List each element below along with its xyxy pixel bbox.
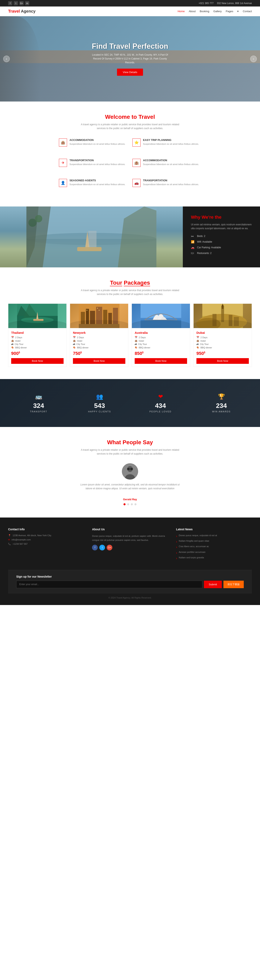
- footer-email-text: info@example.com: [11, 538, 31, 541]
- testimonials-heading-plain: What People: [107, 439, 141, 445]
- stat-awards: 🏆 234 WIN AWARDS: [191, 389, 252, 417]
- svg-rect-27: [97, 308, 98, 309]
- why-feature-restaurant: 🍽 Resturants: 2: [191, 251, 252, 255]
- footer-facebook-icon[interactable]: f: [92, 545, 98, 550]
- hotel-icon: 🏨: [11, 339, 14, 342]
- tour-name-newyork: Newyork: [73, 331, 125, 334]
- feature-transportation: ✈ TRANSPORTATION Suspendisse bibendum ex…: [59, 159, 128, 174]
- footer-news-text-4: Aenean porttitor accumsan: [179, 551, 205, 553]
- tour-price-australia: 850$: [135, 351, 187, 356]
- feature-transportation2-title: TRANSPORTATION: [143, 179, 199, 182]
- hotel-icon-du: 🏨: [196, 339, 199, 342]
- citytour-icon-au: 🏙: [135, 343, 137, 345]
- tour-citytour-australia: 🏙 City Tour: [135, 343, 187, 345]
- tour-name-dubai: Dubai: [196, 331, 249, 334]
- testimonials-heading: What People Say: [8, 439, 252, 445]
- dinner-icon-ny: 🍖: [73, 346, 76, 349]
- hero-prev-button[interactable]: ‹: [3, 56, 10, 62]
- why-feature-parking: 🚗 Car Parking: Available: [191, 246, 252, 249]
- logo[interactable]: Travel Agency: [8, 9, 35, 14]
- twitter-icon[interactable]: t: [14, 1, 18, 5]
- tour-card-australia: Australia 📅 2 Days 🏨 Hotel 🏙 City Tour 🍖…: [132, 304, 190, 367]
- tour-card-newyork: Newyork 📅 2 Days 🏨 Hotel 🏙 City Tour 🍖 B…: [70, 304, 128, 367]
- stat-transport-label: TRANSPORT: [12, 410, 65, 413]
- feature-transportation-text: TRANSPORTATION Suspendisse bibendum ex s…: [69, 159, 125, 174]
- footer-news-text-2: Nullam fringilla sed quam vitae: [179, 539, 209, 542]
- features-grid: 🏨 ACCOMMODATION Suspendisse bibendum ex …: [59, 138, 201, 194]
- news-dot-2: ›: [176, 539, 177, 544]
- testimonial-dot-1[interactable]: [123, 503, 126, 505]
- book-newyork-button[interactable]: Book Now: [73, 358, 125, 364]
- svg-rect-20: [86, 309, 89, 328]
- svg-rect-43: [234, 317, 239, 326]
- tour-image-thailand: [8, 304, 66, 328]
- nav-contact[interactable]: Contact: [243, 10, 252, 13]
- linkedin-icon[interactable]: in: [25, 1, 29, 5]
- why-description: Ut enim ad minima veniam, quis nostrum e…: [191, 223, 252, 231]
- hero-next-button[interactable]: ›: [250, 56, 257, 62]
- why-feature-wifi-text: Wifi: Available: [197, 240, 212, 243]
- book-australia-button[interactable]: Book Now: [135, 358, 187, 364]
- why-image-scene: [0, 207, 183, 267]
- testimonials-heading-colored: Say: [143, 439, 153, 445]
- testimonial-dot-4[interactable]: [134, 503, 137, 505]
- footer-news-text-3: Cras libero arcu, accumsan ac: [179, 545, 209, 547]
- nav-home[interactable]: Home: [177, 10, 185, 13]
- feature-trip-planning-desc: Suspendisse bibendum ex sit amet tellus …: [143, 142, 199, 146]
- footer-grid: Contact Info 📍 123B Avenue, 4th block, N…: [8, 528, 252, 562]
- feature-transportation-title: TRANSPORTATION: [69, 159, 125, 162]
- newsletter-section: Sign up for our Newsletter Submit 前往下载版: [8, 570, 252, 593]
- testimonials-section: What People Say A travel agency is a pri…: [0, 427, 260, 517]
- footer-news-text-5: Nullam sed turpis gravida: [179, 556, 204, 559]
- contact-info: +021 365 777 332 New Lenox, 868 1st Aven…: [199, 2, 252, 5]
- nav-gallery[interactable]: Gallery: [213, 10, 222, 13]
- testimonial-dot-2[interactable]: [127, 503, 129, 505]
- nav-pages[interactable]: Pages: [226, 10, 233, 13]
- tour-price-thailand: 900$: [11, 351, 64, 356]
- googleplus-icon[interactable]: G+: [19, 1, 24, 5]
- welcome-heading: Welcome to Travel: [8, 114, 252, 120]
- footer-twitter-icon[interactable]: t: [99, 545, 105, 550]
- footer-news-item-4: › Aenean porttitor accumsan: [176, 551, 252, 555]
- facebook-icon[interactable]: f: [8, 1, 12, 5]
- tour-days-newyork: 📅 2 Days: [73, 336, 125, 339]
- transport-icon: 🚌: [12, 393, 65, 400]
- svg-rect-41: [212, 314, 217, 326]
- newsletter-download-button[interactable]: 前往下载版: [223, 581, 244, 588]
- testimonial-avatar: [122, 463, 138, 480]
- stat-loved-label: PEOPLE LOVED: [134, 410, 187, 413]
- dinner-icon-au: 🍖: [135, 346, 137, 349]
- stat-clients: 👥 543 HAPPY CLIENTS: [69, 389, 130, 417]
- newsletter-email-input[interactable]: [16, 581, 202, 588]
- tour-card-body-dubai: Dubai 📅 2 Days 🏨 Hotel 🏙 City Tour 🍖 BBQ…: [194, 328, 252, 367]
- parking-icon: 🚗: [191, 246, 195, 249]
- wifi-icon: 📶: [191, 240, 195, 243]
- phone-number: +021 365 777: [199, 2, 214, 5]
- book-thailand-button[interactable]: Book Now: [11, 358, 64, 364]
- tour-hotel-dubai: 🏨 Hotel: [196, 339, 249, 342]
- tour-dinner-dubai: 🍖 BBQ dinner: [196, 346, 249, 349]
- hero-cta-button[interactable]: View Details: [117, 68, 143, 76]
- testimonial-text: Lorem ipsum dolor sit amet, consectetur …: [79, 483, 181, 490]
- tours-description: A travel agency is a private retailer or…: [79, 288, 181, 296]
- footer-contact-title: Contact Info: [8, 528, 84, 531]
- clients-icon: 👥: [73, 393, 126, 400]
- main-nav: Home About Booking Gallery Pages ▾ Conta…: [177, 10, 252, 13]
- agents-icon: 👤: [59, 179, 67, 187]
- stat-clients-label: HAPPY CLIENTS: [73, 410, 126, 413]
- nav-booking[interactable]: Booking: [200, 10, 209, 13]
- stat-clients-number: 543: [73, 402, 126, 409]
- footer-googleplus-icon[interactable]: G+: [107, 545, 112, 550]
- newsletter-submit-button[interactable]: Submit: [204, 581, 222, 588]
- testimonial-dot-3[interactable]: [131, 503, 133, 505]
- svg-rect-26: [86, 310, 87, 311]
- phone-icon: 📞: [8, 542, 11, 545]
- hero-subtitle: Located In SEC 24, TWP 40 N., 101 W., In…: [89, 53, 171, 65]
- nav-about[interactable]: About: [189, 10, 196, 13]
- logo-second: Agency: [21, 9, 35, 13]
- footer-phone-text: +1234 567 567: [13, 542, 28, 545]
- tour-image-australia: [132, 304, 190, 328]
- stat-loved: ❤ 434 PEOPLE LOVED: [130, 389, 191, 417]
- book-dubai-button[interactable]: Book Now: [196, 358, 249, 364]
- citytour-icon-du: 🏙: [196, 343, 199, 345]
